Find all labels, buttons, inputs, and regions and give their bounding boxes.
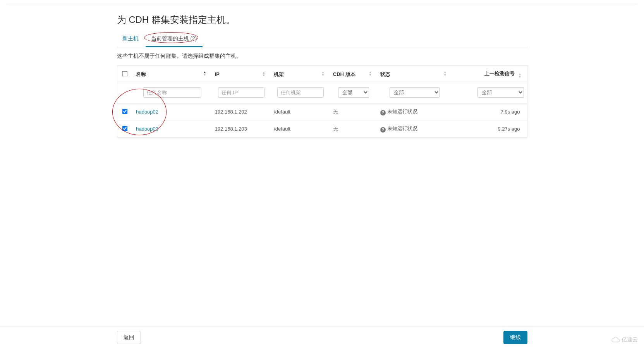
row-last-signal: 9.27s ago: [452, 121, 527, 138]
hostname-link[interactable]: hadoop02: [136, 109, 158, 115]
hosts-table: 名称 ▲▼ IP ▲▼ 机架 ▲▼ CDH 版本 ▲▼: [117, 65, 527, 138]
page-subtitle: 这些主机不属于任何群集。请选择组成群集的主机。: [117, 53, 527, 60]
table-row: hadoop03192.168.1.203/default无?未知运行状况9.2…: [117, 121, 527, 138]
row-cdh-version: 无: [330, 103, 377, 121]
column-header-status-label: 状态: [380, 71, 390, 77]
hostname-link[interactable]: hadoop03: [136, 126, 158, 132]
row-rack: /default: [271, 103, 330, 121]
column-header-last-signal-label: 上一检测信号: [484, 71, 515, 76]
question-icon: ?: [380, 127, 386, 133]
filter-rack-input[interactable]: [277, 87, 324, 98]
filter-name-input[interactable]: [143, 87, 201, 98]
tab-new-hosts[interactable]: 新主机: [117, 32, 144, 47]
row-ip: 192.168.1.203: [212, 121, 271, 138]
tab-managed-hosts[interactable]: 当前管理的主机 (2): [146, 32, 203, 47]
filter-signal-select[interactable]: 全部: [477, 87, 524, 98]
column-header-name-label: 名称: [136, 71, 146, 77]
column-header-ip-label: IP: [215, 71, 220, 77]
column-header-cdh-label: CDH 版本: [333, 71, 355, 77]
row-status: ?未知运行状况: [377, 121, 452, 138]
row-status: ?未知运行状况: [377, 103, 452, 121]
column-header-rack-label: 机架: [274, 71, 284, 77]
row-checkbox[interactable]: [122, 109, 128, 114]
row-cdh-version: 无: [330, 121, 377, 138]
row-checkbox[interactable]: [122, 126, 128, 131]
page-title: 为 CDH 群集安装指定主机。: [117, 14, 527, 26]
row-last-signal: 7.9s ago: [452, 103, 527, 121]
column-header-last-signal[interactable]: 上一检测信号 ▲▼: [452, 65, 527, 83]
column-header-cdh-version[interactable]: CDH 版本 ▲▼: [330, 65, 377, 83]
column-header-rack[interactable]: 机架 ▲▼: [271, 65, 330, 83]
question-icon: ?: [380, 110, 386, 115]
row-rack: /default: [271, 121, 330, 138]
column-header-ip[interactable]: IP ▲▼: [212, 65, 271, 83]
filter-ip-input[interactable]: [218, 87, 264, 98]
table-row: hadoop02192.168.1.202/default无?未知运行状况7.9…: [117, 103, 527, 121]
tabs: 新主机 当前管理的主机 (2): [117, 32, 527, 47]
filter-cdh-select[interactable]: 全部: [338, 87, 369, 98]
select-all-checkbox[interactable]: [122, 71, 128, 76]
sort-icon: ▲▼: [443, 71, 447, 76]
column-header-name[interactable]: 名称 ▲▼: [133, 65, 211, 83]
column-header-status[interactable]: 状态 ▲▼: [377, 65, 452, 83]
sort-icon: ▲▼: [321, 71, 325, 76]
sort-icon: ▲▼: [203, 71, 206, 76]
sort-icon: ▲▼: [262, 71, 265, 77]
sort-icon: ▲▼: [369, 71, 372, 76]
sort-icon: ▲▼: [519, 73, 522, 78]
filter-status-select[interactable]: 全部: [390, 87, 440, 98]
row-ip: 192.168.1.202: [212, 103, 271, 121]
